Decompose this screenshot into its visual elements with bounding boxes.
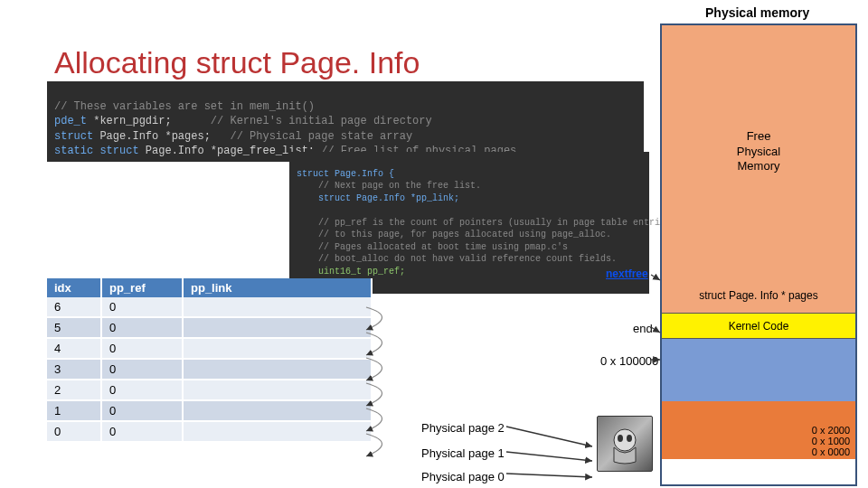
physical-memory-diagram: Free Physical Memory struct Page. Info *… bbox=[660, 23, 857, 486]
mem-region-gap bbox=[662, 338, 855, 401]
code-line: // Pages allocated at boot time using pm… bbox=[297, 242, 568, 252]
code-token: struct bbox=[54, 130, 99, 143]
nextfree-pointer-label: nextfree bbox=[606, 267, 648, 280]
physical-page-1-label: Physical page 1 bbox=[421, 446, 505, 460]
cell-ppref: 0 bbox=[101, 297, 183, 317]
end-pointer-label: end bbox=[633, 322, 653, 335]
cell-idx: 2 bbox=[47, 380, 101, 400]
cell-idx: 3 bbox=[47, 359, 101, 380]
physical-page-0-label: Physical page 0 bbox=[421, 470, 505, 483]
svg-point-0 bbox=[614, 429, 636, 451]
cell-ppref: 0 bbox=[101, 421, 183, 442]
addr-100000-label: 0 x 100000 bbox=[600, 354, 658, 368]
svg-line-3 bbox=[651, 275, 660, 280]
code-line: // boot_alloc do not have valid referenc… bbox=[297, 254, 617, 264]
col-idx: idx bbox=[47, 278, 101, 297]
cell-pplink bbox=[183, 380, 372, 400]
physical-page-2-label: Physical page 2 bbox=[421, 421, 505, 435]
table-row: 10 bbox=[47, 400, 372, 421]
table-row: 00 bbox=[47, 421, 372, 442]
cell-idx: 0 bbox=[47, 421, 101, 442]
decorative-image bbox=[597, 416, 653, 472]
table-row: 40 bbox=[47, 338, 372, 359]
code-token: // Kernel's initial page directory bbox=[172, 115, 432, 127]
svg-line-7 bbox=[506, 452, 592, 461]
table-row: 20 bbox=[47, 380, 372, 400]
pageinfo-table: idx pp_ref pp_link 60 50 40 30 20 10 00 bbox=[47, 278, 373, 443]
slide-title: Allocating struct Page. Info bbox=[54, 45, 420, 80]
cell-idx: 5 bbox=[47, 317, 101, 338]
code-block-variables: // These variables are set in mem_init()… bbox=[47, 81, 644, 162]
cell-ppref: 0 bbox=[101, 338, 183, 359]
code-line: // to this page, for pages allocated usi… bbox=[297, 230, 611, 239]
code-line: // Next page on the free list. bbox=[297, 181, 481, 191]
mem-addr-label: 0 x 2000 bbox=[812, 425, 850, 436]
table-row: 50 bbox=[47, 317, 372, 338]
table-row: 30 bbox=[47, 359, 372, 380]
mem-region-pages: struct Page. Info * pages bbox=[662, 278, 855, 313]
cell-idx: 1 bbox=[47, 400, 101, 421]
cell-pplink bbox=[183, 317, 372, 338]
cell-pplink bbox=[183, 297, 372, 317]
cell-pplink bbox=[183, 359, 372, 380]
code-line: // pp_ref is the count of pointers (usua… bbox=[297, 218, 676, 228]
mem-region-free: Free Physical Memory bbox=[662, 25, 855, 278]
mem-region-low: 0 x 2000 0 x 1000 0 x 0000 bbox=[662, 401, 855, 459]
code-token: // Physical page state array bbox=[211, 130, 412, 143]
svg-point-1 bbox=[618, 435, 623, 442]
code-line: uint16_t pp_ref; bbox=[297, 267, 405, 277]
col-pplink: pp_link bbox=[183, 278, 372, 297]
cell-ppref: 0 bbox=[101, 359, 183, 380]
code-block-struct: struct Page.Info { // Next page on the f… bbox=[289, 152, 649, 294]
table-row: 60 bbox=[47, 297, 372, 317]
code-token: pde_t bbox=[54, 115, 93, 127]
svg-line-6 bbox=[506, 427, 592, 446]
code-token: Page.Info *pages; bbox=[99, 130, 210, 143]
cell-pplink bbox=[183, 421, 372, 442]
col-ppref: pp_ref bbox=[101, 278, 183, 297]
mascot-icon bbox=[603, 422, 646, 465]
cell-idx: 4 bbox=[47, 338, 101, 359]
cell-pplink bbox=[183, 338, 372, 359]
cell-ppref: 0 bbox=[101, 380, 183, 400]
mem-addr-label: 0 x 1000 bbox=[812, 436, 850, 446]
code-token: static struct bbox=[54, 145, 146, 157]
svg-line-8 bbox=[506, 474, 592, 477]
mem-addr-label: 0 x 0000 bbox=[812, 446, 850, 457]
code-line: struct Page.Info { bbox=[297, 169, 394, 179]
svg-point-2 bbox=[627, 435, 632, 442]
cell-idx: 6 bbox=[47, 297, 101, 317]
mem-region-kernel: Kernel Code bbox=[662, 313, 855, 338]
code-line: struct Page.Info *pp_link; bbox=[297, 193, 459, 203]
cell-ppref: 0 bbox=[101, 317, 183, 338]
physical-memory-label: Physical memory bbox=[705, 5, 809, 20]
code-line: // These variables are set in mem_init() bbox=[54, 100, 315, 113]
mem-region-label: Free Physical Memory bbox=[737, 129, 780, 175]
cell-pplink bbox=[183, 400, 372, 421]
code-token: *kern_pgdir; bbox=[93, 115, 171, 127]
cell-ppref: 0 bbox=[101, 400, 183, 421]
